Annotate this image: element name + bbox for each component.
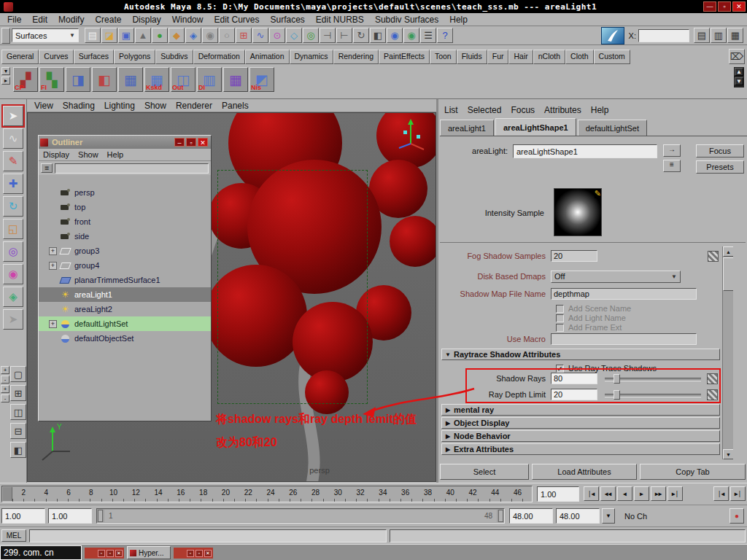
panel-menu-item[interactable]: Renderer — [176, 101, 212, 111]
construction-history-icon[interactable]: ↻ — [353, 28, 369, 43]
select-mask-icon[interactable]: ◈ — [185, 28, 201, 43]
quick-layout-edit-button[interactable]: + — [1, 385, 9, 393]
menu-item[interactable]: Display — [132, 15, 160, 25]
range-track[interactable]: 1 48 — [96, 508, 505, 524]
time-slider-track[interactable]: 2468101214161820222426283032343638404244… — [1, 486, 533, 502]
range-handle-left[interactable] — [98, 510, 103, 522]
panel-menu-item[interactable]: View — [34, 101, 53, 111]
layout-three-pane-button[interactable]: ◧ — [10, 442, 26, 458]
shelf-tab[interactable]: Cloth — [565, 50, 594, 64]
min-window-maximize-icon[interactable]: ▫ — [196, 550, 203, 557]
outliner-menu-item[interactable]: Show — [78, 150, 98, 159]
presets-button[interactable]: Presets — [696, 160, 744, 174]
panel-menu-item[interactable]: Panels — [222, 101, 249, 111]
current-frame-indicator[interactable] — [3, 487, 12, 501]
red-sphere[interactable] — [390, 216, 436, 267]
outliner-item-group3[interactable]: +group3 — [39, 244, 211, 258]
open-scene-icon[interactable]: ◪ — [101, 28, 117, 43]
hypershade-taskbar-button[interactable]: Hyper... — [127, 546, 171, 559]
outliner-minimize-button[interactable]: – — [174, 138, 185, 147]
shelf-tab[interactable]: Curves — [39, 50, 73, 64]
playback-button[interactable]: ◀ — [617, 486, 632, 501]
shelf-tab[interactable]: Rendering — [333, 50, 379, 64]
playback-button[interactable]: ▶| — [667, 486, 683, 501]
shadow-map-file-field[interactable]: depthmap — [551, 288, 697, 300]
select-button[interactable]: Select — [440, 464, 529, 480]
menu-item[interactable]: Modify — [58, 15, 84, 25]
show-manipulator-tool[interactable]: ◈ — [3, 287, 23, 307]
outliner-maximize-button[interactable]: ▫ — [186, 138, 196, 147]
ae-menu-item[interactable]: Focus — [511, 105, 535, 115]
new-scene-icon[interactable]: ▤ — [85, 28, 101, 43]
save-scene-icon[interactable]: ▣ — [118, 28, 134, 43]
layout-four-pane-button[interactable]: ⊞ — [10, 385, 26, 401]
shelf-tab[interactable]: PaintEffects — [379, 50, 430, 64]
shelf-button-surface4[interactable]: ▦ — [223, 67, 248, 92]
snap-plane-icon[interactable]: ◇ — [286, 28, 302, 43]
min-window-maximize-icon[interactable]: ▫ — [107, 550, 114, 557]
x-coord-field[interactable] — [638, 29, 689, 42]
select-object-icon[interactable]: ● — [152, 28, 168, 43]
soft-mod-tool[interactable]: ◉ — [3, 264, 23, 284]
snap-curve-icon[interactable]: ∿ — [252, 28, 268, 43]
shelf-scroll-down-icon[interactable]: ▼ — [735, 77, 743, 85]
layout-single-pane-button[interactable]: ▢ — [10, 366, 26, 382]
ae-menu-item[interactable]: Help — [591, 105, 609, 115]
tab-arealightshape1[interactable]: areaLightShape1 — [495, 118, 576, 136]
fog-shadow-samples-field[interactable]: 20 — [551, 250, 597, 262]
animation-end-field[interactable]: 48.00 — [509, 508, 553, 524]
select-component-icon[interactable]: ◆ — [169, 28, 185, 43]
outliner-titlebar[interactable]: Outliner – ▫ ✕ — [39, 136, 211, 149]
open-render-view-icon[interactable]: ◧ — [370, 28, 386, 43]
outliner-item-group4[interactable]: +group4 — [39, 258, 211, 273]
shelf-button-kskd[interactable]: ▦ Kskd — [144, 67, 169, 92]
make-live-icon[interactable]: ◎ — [303, 28, 319, 43]
outliner-menu-item[interactable]: Display — [43, 150, 69, 159]
ae-menu-item[interactable]: Selected — [468, 105, 502, 115]
scale-tool[interactable]: ◱ — [3, 219, 23, 239]
menu-item[interactable]: Edit Curves — [214, 15, 259, 25]
copy-tab-button[interactable]: Copy Tab — [640, 464, 746, 480]
outliner-item-top[interactable]: top — [39, 200, 211, 214]
outliner-item-persp[interactable]: persp — [39, 185, 211, 200]
playback-start-field[interactable]: 1.00 — [1, 508, 45, 524]
shelf-scroll-up-icon[interactable]: ▲ — [735, 68, 743, 76]
rotate-tool[interactable]: ↻ — [3, 196, 23, 217]
minimize-button[interactable]: — — [703, 1, 716, 12]
minimized-window-bar[interactable]: ▫ ▫ ✕ — [174, 548, 213, 559]
shelf-tab[interactable]: Animation — [245, 50, 290, 64]
min-window-minimize-icon[interactable]: ▫ — [98, 550, 105, 557]
menu-item[interactable]: File — [7, 15, 21, 25]
panel-menu-item[interactable]: Show — [144, 101, 166, 111]
move-tool[interactable]: ✚ — [3, 174, 23, 194]
menu-item[interactable]: Surfaces — [270, 15, 304, 25]
shelf-tab[interactable]: Fur — [487, 50, 509, 64]
menu-item[interactable]: Subdiv Surfaces — [375, 15, 438, 25]
select-hierarchy-icon[interactable]: ▲ — [135, 28, 151, 43]
shelf-tab[interactable]: Dynamics — [290, 50, 333, 64]
ae-section-header[interactable]: ▶ mental ray — [441, 404, 720, 416]
outliner-menu-item[interactable]: Help — [107, 150, 124, 159]
snap-point-icon[interactable]: ⊙ — [269, 28, 285, 43]
range-preset-dropdown[interactable]: ▼ — [602, 508, 615, 524]
ae-menu-item[interactable]: Attributes — [544, 105, 581, 115]
animation-start-field[interactable]: 1.00 — [48, 508, 92, 524]
shelf-tab[interactable]: Polygons — [114, 50, 155, 64]
highlight-selection-icon[interactable]: ○ — [219, 28, 235, 43]
ui-collapse-handle[interactable] — [1, 28, 10, 44]
select-tool[interactable]: ➤ — [3, 106, 23, 126]
output-connections-icon[interactable]: ⊢ — [336, 28, 352, 43]
shelf-tab[interactable]: Toon — [430, 50, 457, 64]
scroll-up-icon[interactable]: ▲ — [723, 246, 733, 257]
help-icon[interactable]: ? — [437, 28, 453, 43]
filter-icon[interactable]: ≣ — [41, 163, 53, 173]
disk-based-dmaps-dropdown[interactable]: Off — [551, 271, 681, 283]
shelf-tab[interactable]: Deformation — [193, 50, 245, 64]
render-settings-icon[interactable]: ☰ — [420, 28, 436, 43]
focus-node-icon-button[interactable]: → — [663, 144, 681, 157]
input-connections-icon[interactable]: ⊣ — [320, 28, 336, 43]
range-handle-right[interactable] — [498, 510, 503, 522]
mel-toggle-button[interactable]: MEL — [1, 529, 26, 542]
shelf-button-surface2[interactable]: ◧ — [92, 67, 117, 92]
texture-map-button[interactable] — [708, 251, 719, 262]
